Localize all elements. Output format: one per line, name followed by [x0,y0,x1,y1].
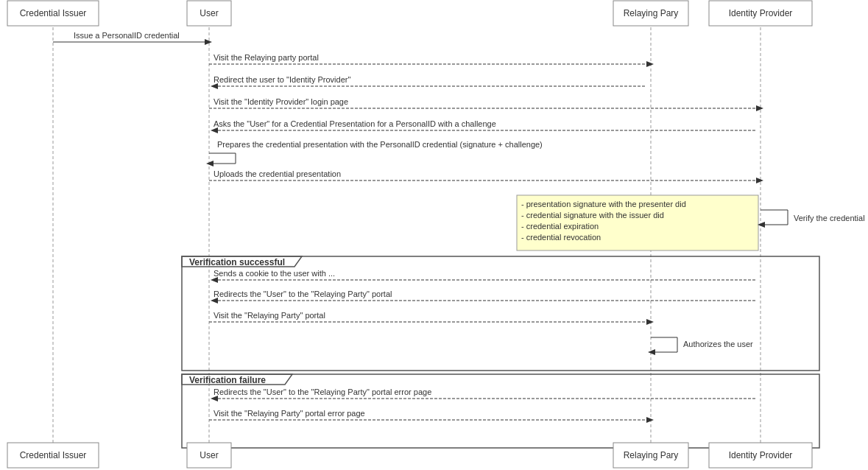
msg-label: Sends a cookie to the user with ... [214,269,335,278]
actor-credential-issuer-top: Credential Issuer [20,8,87,18]
svg-marker-42 [646,417,654,423]
note-line4: - credential revocation [521,233,601,242]
msg-label: Visit the Relaying party portal [214,53,319,62]
svg-marker-7 [646,61,654,67]
msg-label: Prepares the credential presentation wit… [217,140,543,149]
msg-label: Asks the "User" for a Credential Present… [214,119,496,128]
note-line1: - presentation signature with the presen… [521,200,686,208]
actor-credential-issuer-bottom: Credential Issuer [20,450,87,460]
msg-label: Redirect the user to "Identity Provider" [214,75,350,84]
msg-label: Uploads the credential presentation [214,169,341,178]
group-success-label: Verification successful [189,257,285,267]
svg-marker-32 [646,319,654,325]
svg-marker-5 [205,39,212,45]
actor-relaying-party-top: Relaying Pary [624,8,679,18]
msg-label: Visit the "Identity Provider" login page [214,97,348,106]
group-failure-label: Verification failure [189,375,266,385]
note-line3: - credential expiration [521,222,599,231]
msg-label: Redirects the "User" to the "Relaying Pa… [214,290,392,298]
svg-marker-13 [211,127,218,133]
svg-marker-28 [211,277,218,283]
actor-user-bottom: User [200,450,218,460]
authorize-label: Authorizes the user [683,340,753,348]
msg-label: Issue a PersonalID credential [74,31,180,40]
msg-label: Visit the "Relaying Party" portal [214,311,325,320]
svg-marker-40 [211,396,218,401]
svg-marker-36 [648,349,655,355]
svg-marker-17 [206,161,214,166]
sequence-diagram: Issue a PersonalID credential Visit the … [0,0,868,470]
actor-relaying-party-bottom: Relaying Pary [624,450,679,460]
svg-marker-9 [211,83,218,89]
svg-marker-19 [756,178,763,183]
svg-marker-11 [756,105,763,111]
diagram-svg: Issue a PersonalID credential Visit the … [0,0,868,470]
msg-label: Redirects the "User" to the "Relaying Pa… [214,387,431,396]
msg-label: Visit the "Relaying Party" portal error … [214,409,365,418]
actor-user-top: User [200,8,218,18]
actor-identity-provider-top: Identity Provider [729,8,793,18]
svg-marker-30 [211,298,218,304]
note-line2: - credential signature with the issuer d… [521,211,664,220]
actor-identity-provider-bottom: Identity Provider [729,450,793,460]
verify-label: Verify the credential [794,214,865,222]
